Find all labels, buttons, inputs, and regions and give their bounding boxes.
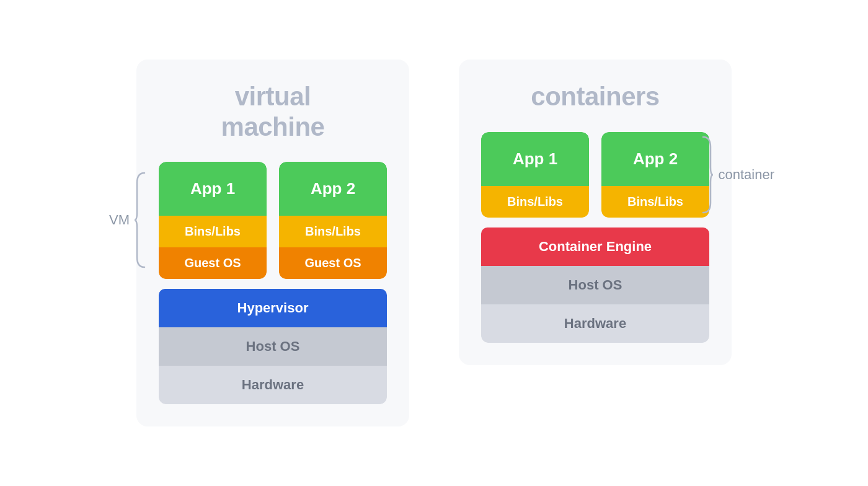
vm-app1-label: App 1 <box>159 162 267 216</box>
right-brace-icon <box>701 135 714 215</box>
containers-card: containers App 1 Bins/Libs App 2 Bins/Li… <box>459 60 732 365</box>
containers-app1-bins: Bins/Libs <box>481 186 589 218</box>
vm-app2-bins: Bins/Libs <box>279 216 387 247</box>
vm-app1-bins: Bins/Libs <box>159 216 267 247</box>
container-brace-label: container <box>701 132 774 218</box>
vm-app1-guestos: Guest OS <box>159 247 267 279</box>
containers-app2-label: App 2 <box>601 132 709 186</box>
main-diagram: virtualmachine VM App 1 Bins/Libs Guest … <box>99 35 769 451</box>
containers-layers: Container Engine Host OS Hardware <box>481 228 709 343</box>
vm-card: virtualmachine VM App 1 Bins/Libs Guest … <box>136 60 409 426</box>
containers-hostos-layer: Host OS <box>481 266 709 304</box>
vm-label-text: VM <box>109 212 130 228</box>
vm-hypervisor-layer: Hypervisor <box>159 289 387 327</box>
containers-app2-block: App 2 Bins/Libs <box>601 132 709 218</box>
vm-brace-label: VM <box>109 162 147 279</box>
vm-layers: Hypervisor Host OS Hardware <box>159 289 387 404</box>
containers-app1-label: App 1 <box>481 132 589 186</box>
container-engine-layer: Container Engine <box>481 228 709 266</box>
vm-hostos-layer: Host OS <box>159 327 387 366</box>
vm-hardware-layer: Hardware <box>159 366 387 404</box>
vm-title: virtualmachine <box>221 82 325 142</box>
vm-app2-label: App 2 <box>279 162 387 216</box>
vm-app2-block: App 2 Bins/Libs Guest OS <box>279 162 387 279</box>
vm-app1-block: App 1 Bins/Libs Guest OS <box>159 162 267 279</box>
containers-app1-block: App 1 Bins/Libs <box>481 132 589 218</box>
left-brace-icon <box>133 170 147 270</box>
vm-app2-guestos: Guest OS <box>279 247 387 279</box>
containers-title: containers <box>531 82 659 112</box>
containers-apps-row: App 1 Bins/Libs App 2 Bins/Libs <box>481 132 709 218</box>
containers-hardware-layer: Hardware <box>481 304 709 343</box>
container-label-text: container <box>718 167 774 183</box>
vm-apps-row: App 1 Bins/Libs Guest OS App 2 Bins/Libs… <box>159 162 387 279</box>
containers-app2-bins: Bins/Libs <box>601 186 709 218</box>
